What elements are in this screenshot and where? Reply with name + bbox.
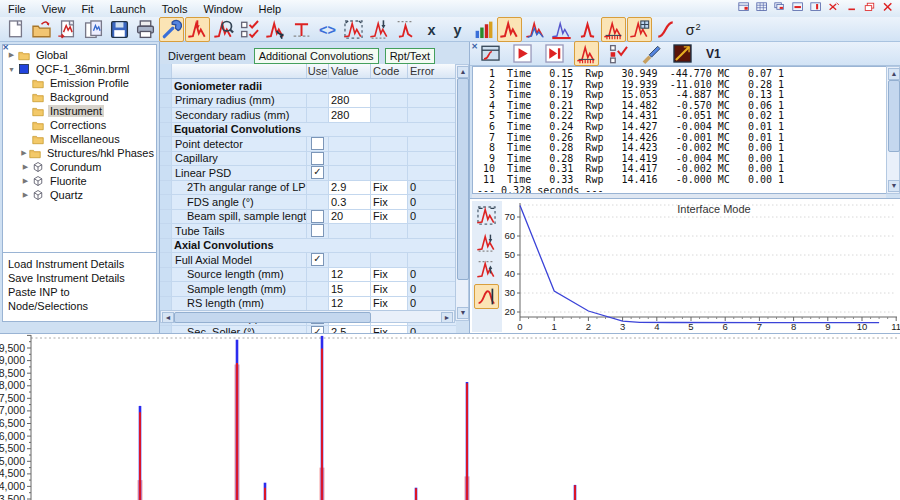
menu-help[interactable]: Help bbox=[251, 1, 290, 17]
minimize-app-icon[interactable] bbox=[845, 2, 860, 15]
param-value-cell[interactable]: 12 bbox=[329, 297, 371, 311]
checkbox-checked[interactable]: ✓ bbox=[311, 253, 324, 266]
parameters-checklist-icon[interactable] bbox=[237, 17, 262, 42]
checkbox-unchecked[interactable] bbox=[311, 224, 324, 237]
param-code-cell[interactable]: Fix bbox=[371, 282, 408, 296]
import-file-icon[interactable] bbox=[55, 17, 80, 42]
code-editor-icon[interactable]: <> bbox=[315, 17, 340, 42]
zoom-range-icon[interactable] bbox=[341, 17, 366, 42]
restore-app-icon[interactable] bbox=[863, 2, 878, 15]
cascade-windows-icon[interactable] bbox=[773, 2, 788, 15]
close-fit-pane-icon[interactable]: ✕ bbox=[470, 42, 479, 51]
run-fit-icon[interactable] bbox=[510, 41, 535, 66]
row-gutter[interactable] bbox=[160, 282, 172, 296]
close-window-icon[interactable] bbox=[827, 2, 842, 15]
row-gutter[interactable] bbox=[160, 137, 172, 151]
open-file-icon[interactable] bbox=[29, 17, 54, 42]
save-icon[interactable] bbox=[107, 17, 132, 42]
param-value-cell[interactable] bbox=[329, 224, 371, 238]
close-pane-icon[interactable]: ✕ bbox=[1, 43, 10, 52]
param-code-cell[interactable]: Fix bbox=[371, 181, 408, 195]
row-gutter[interactable] bbox=[160, 166, 172, 180]
split-vertical-icon[interactable] bbox=[809, 2, 824, 15]
zoom-extents-icon[interactable] bbox=[474, 203, 499, 228]
chevron-right-icon[interactable]: ▶ bbox=[21, 149, 27, 157]
row-gutter[interactable] bbox=[160, 224, 172, 238]
sigma-squared-icon[interactable]: σ2 bbox=[679, 17, 704, 42]
scroll-down-icon[interactable]: ▼ bbox=[457, 307, 469, 319]
param-value-cell[interactable]: 15 bbox=[329, 282, 371, 296]
param-value-cell[interactable]: 0.3 bbox=[329, 195, 371, 209]
baseline-peak-icon[interactable] bbox=[393, 17, 418, 42]
split-horizontal-icon[interactable] bbox=[791, 2, 806, 15]
phase-peak-icon[interactable] bbox=[575, 17, 600, 42]
param-value-cell[interactable] bbox=[329, 253, 371, 267]
menu-launch[interactable]: Launch bbox=[102, 1, 154, 17]
checkbox-unchecked[interactable] bbox=[311, 152, 324, 165]
output-scroll-thumb[interactable] bbox=[888, 80, 900, 152]
tab-divergent-beam[interactable]: Divergent beam bbox=[166, 49, 248, 63]
x-axis-icon[interactable]: x bbox=[419, 17, 444, 42]
table-horizontal-scrollbar[interactable]: ◄ ► bbox=[160, 310, 455, 323]
param-code-cell[interactable] bbox=[371, 108, 408, 122]
param-value-cell[interactable]: 280 bbox=[329, 108, 371, 122]
row-gutter[interactable] bbox=[160, 181, 172, 195]
peaks-ticks-icon[interactable] bbox=[601, 17, 626, 42]
table-scroll-thumb[interactable] bbox=[457, 78, 469, 280]
table-vertical-scrollbar[interactable]: ▲ ▼ bbox=[455, 64, 469, 321]
row-gutter[interactable] bbox=[160, 297, 172, 311]
row-gutter[interactable] bbox=[160, 253, 172, 267]
param-value-cell[interactable]: 280 bbox=[329, 94, 371, 108]
scroll-right-icon[interactable]: ► bbox=[441, 312, 453, 323]
peaks-ticks-icon[interactable] bbox=[574, 41, 599, 66]
fit-checklist-icon[interactable] bbox=[606, 41, 631, 66]
tree-item-emission-profile[interactable]: Emission Profile bbox=[3, 76, 156, 90]
param-code-cell[interactable] bbox=[371, 166, 408, 180]
menu-tools[interactable]: Tools bbox=[154, 1, 196, 17]
param-value-cell[interactable] bbox=[329, 137, 371, 151]
paintbrush-icon[interactable] bbox=[638, 41, 663, 66]
tab-additional-convolutions[interactable]: Additional Convolutions bbox=[254, 48, 379, 64]
table-hscroll-thumb[interactable] bbox=[174, 312, 371, 323]
difference-peaks-icon[interactable] bbox=[523, 17, 548, 42]
param-code-cell[interactable] bbox=[371, 152, 408, 166]
param-code-cell[interactable] bbox=[371, 253, 408, 267]
paste-inp-to-node-selections-button[interactable]: Paste INP to Node/Selections bbox=[8, 285, 151, 313]
new-document-icon[interactable] bbox=[3, 17, 28, 42]
insert-peak-icon[interactable] bbox=[367, 17, 392, 42]
checkbox-unchecked[interactable] bbox=[311, 210, 324, 223]
run-step-icon[interactable] bbox=[542, 41, 567, 66]
tree-item-structures-hkl-phases[interactable]: ▶Structures/hkl Phases bbox=[3, 146, 156, 160]
param-code-cell[interactable]: Fix bbox=[371, 210, 408, 224]
print-icon[interactable] bbox=[133, 17, 158, 42]
chevron-right-icon[interactable]: ▶ bbox=[7, 51, 16, 59]
checkbox-unchecked[interactable] bbox=[311, 137, 324, 150]
row-gutter[interactable] bbox=[160, 152, 172, 166]
row-gutter[interactable] bbox=[160, 195, 172, 209]
row-gutter[interactable] bbox=[160, 94, 172, 108]
shift-down-icon[interactable] bbox=[474, 230, 499, 255]
cumulative-curve-icon[interactable] bbox=[653, 17, 678, 42]
row-gutter[interactable] bbox=[160, 239, 172, 253]
tree-item-qcf-1-36min-brml[interactable]: ▼QCF-1_36min.brml bbox=[3, 62, 156, 76]
refine-peak-icon[interactable] bbox=[185, 17, 210, 42]
tree-item-miscellaneous[interactable]: Miscellaneous bbox=[3, 132, 156, 146]
setup-wrench-icon[interactable] bbox=[159, 17, 184, 42]
param-code-cell[interactable] bbox=[371, 94, 408, 108]
tree-item-corundum[interactable]: ▶Corundum bbox=[3, 160, 156, 174]
menu-view[interactable]: View bbox=[34, 1, 74, 17]
save-instrument-details-button[interactable]: Save Instrument Details bbox=[8, 271, 151, 285]
preview-peak-icon[interactable] bbox=[211, 17, 236, 42]
param-value-cell[interactable]: 2.9 bbox=[329, 181, 371, 195]
row-gutter[interactable] bbox=[160, 123, 172, 137]
surface-chart-icon[interactable] bbox=[471, 17, 496, 42]
chevron-right-icon[interactable]: ▶ bbox=[21, 191, 30, 199]
chevron-down-icon[interactable]: ▼ bbox=[7, 66, 16, 73]
param-code-cell[interactable] bbox=[371, 224, 408, 238]
param-code-cell[interactable]: Fix bbox=[371, 195, 408, 209]
close-app-icon[interactable] bbox=[881, 2, 896, 15]
tile-grid-icon[interactable] bbox=[755, 2, 770, 15]
scroll-left-icon[interactable]: ◄ bbox=[162, 312, 174, 323]
param-code-cell[interactable] bbox=[371, 137, 408, 151]
chevron-right-icon[interactable]: ▶ bbox=[21, 177, 30, 185]
